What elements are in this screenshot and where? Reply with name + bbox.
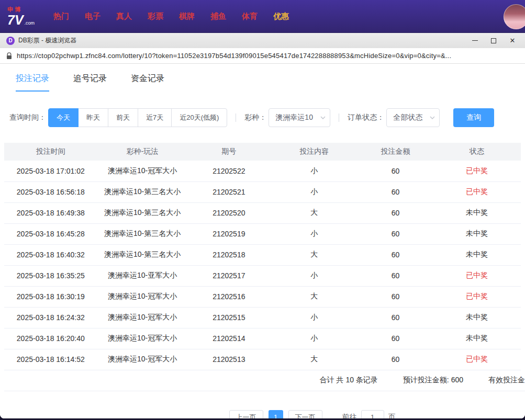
window-controls: ✕: [465, 34, 522, 47]
page-number-1[interactable]: 1: [269, 410, 283, 419]
time-filter-day-before[interactable]: 前天: [108, 108, 138, 127]
table-row: 2025-03-18 16:49:38澳洲幸运10-第三名大小21202520大…: [4, 202, 521, 223]
content-cell: 小: [270, 161, 358, 181]
user-avatar[interactable]: [504, 4, 525, 29]
time-filter-yesterday[interactable]: 昨天: [78, 108, 108, 127]
column-header: 投注金额: [358, 143, 433, 161]
play-cell: 澳洲幸运10-冠军大小: [97, 286, 188, 307]
table-row: 2025-03-18 16:20:40澳洲幸运10-冠军大小21202514小6…: [4, 328, 521, 349]
time-filter-group: 今天昨天前天近7天近20天(低频): [48, 108, 227, 127]
minimize-button[interactable]: [465, 34, 484, 47]
column-header: 状态: [433, 143, 521, 161]
lock-icon: [6, 52, 12, 60]
amount-cell: 60: [358, 202, 433, 223]
query-button[interactable]: 查询: [453, 108, 494, 127]
filter-divider: [236, 113, 236, 122]
window-title: DB彩票 - 极速浏览器: [18, 36, 76, 45]
nav-item-live[interactable]: 真人: [116, 12, 132, 21]
table-row: 2025-03-18 16:14:52澳洲幸运10-冠军大小21202513大6…: [4, 349, 521, 370]
amount-cell: 60: [358, 286, 433, 307]
maximize-icon: [491, 38, 496, 43]
play-cell: 澳洲幸运10-第三名大小: [97, 244, 188, 265]
chevron-down-icon: [320, 116, 326, 119]
time-filter-last-20-days-low-freq[interactable]: 近20天(低频): [171, 108, 227, 127]
minimize-icon: [472, 40, 478, 41]
summary-row: 合计 共 10 条记录 预计投注金额: 600 有效投注金: [4, 370, 525, 391]
issue-cell: 21202522: [187, 161, 270, 181]
status-cell: 已中奖: [433, 181, 521, 202]
expected-bet-amount-text: 预计投注金额: 600: [403, 376, 463, 385]
url-text[interactable]: https://ctop02pchwp1.zfnc84.com/lottery/…: [17, 52, 519, 60]
tab-fund-records[interactable]: 资金记录: [131, 73, 164, 92]
issue-cell: 21202519: [187, 223, 270, 244]
status-cell: 已中奖: [433, 286, 521, 307]
table-row: 2025-03-18 17:01:02澳洲幸运10-冠军大小21202522小6…: [4, 161, 521, 181]
close-icon: ✕: [510, 37, 516, 44]
status-cell: 未中奖: [433, 328, 521, 349]
table-row: 2025-03-18 16:24:32澳洲幸运10-冠军大小21202515小6…: [4, 307, 521, 328]
play-cell: 澳洲幸运10-第三名大小: [97, 223, 188, 244]
status-cell: 未中奖: [433, 223, 521, 244]
content-cell: 小: [270, 307, 358, 328]
content-cell: 小: [270, 328, 358, 349]
site-logo-text-suffix: .com: [25, 21, 35, 26]
nav-item-lottery[interactable]: 彩票: [148, 12, 163, 21]
status-cell: 未中奖: [433, 244, 521, 265]
table-header-row: 投注时间彩种-玩法期号投注内容投注金额状态: [4, 143, 521, 161]
chevron-down-icon: [430, 116, 435, 119]
table-row: 2025-03-18 16:30:19澳洲幸运10-冠军大小21202516大6…: [4, 286, 521, 307]
prev-page-button[interactable]: 上一页: [229, 410, 263, 419]
record-tabs: 投注记录追号记录资金记录: [16, 73, 525, 92]
address-bar[interactable]: https://ctop02pchwp1.zfnc84.com/lottery/…: [0, 48, 525, 64]
nav-item-sports[interactable]: 体育: [242, 12, 258, 21]
time-filter-today[interactable]: 今天: [48, 108, 79, 127]
site-nav: 申博 7V .com 热门电子真人彩票棋牌捕鱼体育优惠: [0, 0, 525, 33]
content-cell: 大: [270, 349, 358, 370]
window-titlebar: D DB彩票 - 极速浏览器 ✕: [0, 33, 525, 48]
next-page-button[interactable]: 下一页: [288, 410, 322, 419]
time-cell: 2025-03-18 16:30:19: [4, 286, 97, 307]
play-cell: 澳洲幸运10-冠军大小: [97, 307, 188, 328]
table-row: 2025-03-18 16:45:28澳洲幸运10-第三名大小21202519小…: [4, 223, 521, 244]
time-cell: 2025-03-18 16:24:32: [4, 307, 97, 328]
time-filter-last-7-days[interactable]: 近7天: [138, 108, 172, 127]
valid-bet-amount-text: 有效投注金: [488, 376, 525, 385]
goto-page-input[interactable]: [361, 410, 384, 419]
tab-bet-records[interactable]: 投注记录: [16, 73, 49, 92]
time-cell: 2025-03-18 16:20:40: [4, 328, 97, 349]
time-cell: 2025-03-18 17:01:02: [4, 161, 97, 181]
time-cell: 2025-03-18 16:45:28: [4, 223, 97, 244]
column-header: 期号: [187, 143, 270, 161]
order-status-select[interactable]: 全部状态: [386, 108, 440, 127]
issue-cell: 21202516: [187, 286, 270, 307]
content-cell: 小: [270, 223, 358, 244]
lottery-select[interactable]: 澳洲幸运10: [269, 108, 330, 127]
nav-item-chess[interactable]: 棋牌: [179, 12, 195, 21]
amount-cell: 60: [358, 328, 433, 349]
tab-chase-records[interactable]: 追号记录: [73, 73, 107, 92]
filter-divider: [339, 113, 339, 122]
table-row: 2025-03-18 16:35:25澳洲幸运10-亚军大小21202517小6…: [4, 265, 521, 286]
time-cell: 2025-03-18 16:40:32: [4, 244, 97, 265]
amount-cell: 60: [358, 349, 433, 370]
app-favicon-icon: D: [6, 37, 15, 45]
nav-item-fishing[interactable]: 捕鱼: [210, 12, 226, 21]
time-cell: 2025-03-18 16:35:25: [4, 265, 97, 286]
time-cell: 2025-03-18 16:56:18: [4, 181, 97, 202]
status-cell: 未中奖: [433, 307, 521, 328]
site-logo[interactable]: 申博 7V .com: [7, 7, 35, 27]
play-cell: 澳洲幸运10-冠军大小: [97, 161, 188, 181]
total-records-text: 合计 共 10 条记录: [320, 376, 378, 385]
amount-cell: 60: [358, 161, 433, 181]
maximize-button[interactable]: [484, 34, 503, 47]
issue-cell: 21202517: [187, 265, 270, 286]
content-cell: 大: [270, 286, 358, 307]
content-cell: 小: [270, 265, 358, 286]
issue-cell: 21202514: [187, 328, 270, 349]
nav-item-slots[interactable]: 电子: [85, 12, 100, 21]
close-button[interactable]: ✕: [503, 34, 522, 47]
issue-cell: 21202518: [187, 244, 270, 265]
nav-item-promo[interactable]: 优惠: [273, 12, 289, 21]
filter-bar: 查询时间： 今天昨天前天近7天近20天(低频) 彩种： 澳洲幸运10 订单状态：…: [9, 108, 525, 127]
nav-item-hot[interactable]: 热门: [53, 12, 69, 21]
